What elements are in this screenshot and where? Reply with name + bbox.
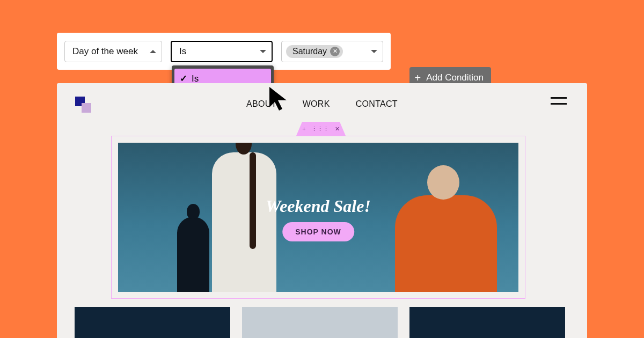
add-condition-label: Add Condition (426, 72, 484, 83)
close-icon[interactable]: ✕ (335, 126, 340, 133)
plus-icon[interactable]: + (302, 126, 305, 132)
website-canvas: ABOUT WORK CONTACT + ⋮⋮⋮ ✕ Weekend Sale!… (57, 83, 587, 338)
selection-toolbar[interactable]: + ⋮⋮⋮ ✕ (296, 122, 346, 136)
check-icon: ✓ (180, 73, 187, 84)
shop-now-button[interactable]: SHOP NOW (282, 222, 354, 241)
caret-down-icon (371, 50, 377, 53)
field-dropdown[interactable]: Day of the week (64, 41, 162, 62)
operator-dropdown-label: Is (179, 46, 186, 57)
plus-icon: + (415, 72, 421, 83)
close-icon[interactable]: ✕ (330, 47, 340, 56)
hero-selection[interactable]: Weekend Sale! SHOP NOW (111, 136, 525, 299)
logo-icon[interactable] (75, 97, 91, 113)
drag-handle-icon[interactable]: ⋮⋮⋮ (311, 126, 329, 133)
caret-down-icon (260, 50, 266, 53)
hero-title: Weekend Sale! (118, 196, 518, 216)
hamburger-icon[interactable] (551, 97, 567, 109)
value-dropdown[interactable]: Saturday ✕ (281, 41, 383, 62)
thumbnail-row (75, 307, 565, 338)
operator-option-label: Is (192, 74, 199, 84)
operator-dropdown[interactable]: Is ✓ Is Is Not (171, 41, 273, 62)
nav-work[interactable]: WORK (303, 99, 330, 109)
thumbnail[interactable] (409, 307, 565, 338)
thumbnail[interactable] (242, 307, 398, 338)
value-chip-label: Saturday (292, 47, 327, 56)
condition-bar: Day of the week Is ✓ Is Is Not Saturday … (57, 33, 391, 70)
cursor-icon (268, 86, 292, 112)
value-chip[interactable]: Saturday ✕ (286, 45, 343, 58)
nav-contact[interactable]: CONTACT (356, 99, 398, 109)
caret-up-icon (150, 50, 156, 53)
site-header: ABOUT WORK CONTACT (57, 83, 587, 126)
hero-image: Weekend Sale! SHOP NOW (118, 143, 518, 292)
field-dropdown-label: Day of the week (72, 46, 138, 57)
thumbnail[interactable] (75, 307, 230, 338)
